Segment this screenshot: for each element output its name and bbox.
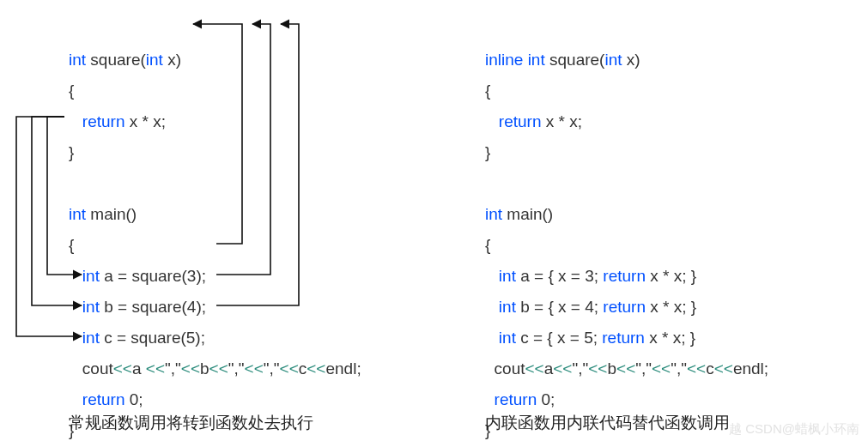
arrow-call-5-icon	[216, 24, 299, 305]
arrow-return-c-icon	[32, 117, 82, 305]
arrow-return-b-icon	[47, 117, 82, 275]
diagram-page: int square(int x) { return x * x; } int …	[0, 0, 868, 441]
call-flow-arrows	[0, 0, 868, 441]
arrow-call-3-icon	[193, 24, 242, 244]
arrow-return-cout-icon	[16, 117, 82, 336]
arrow-call-4-icon	[216, 24, 270, 275]
